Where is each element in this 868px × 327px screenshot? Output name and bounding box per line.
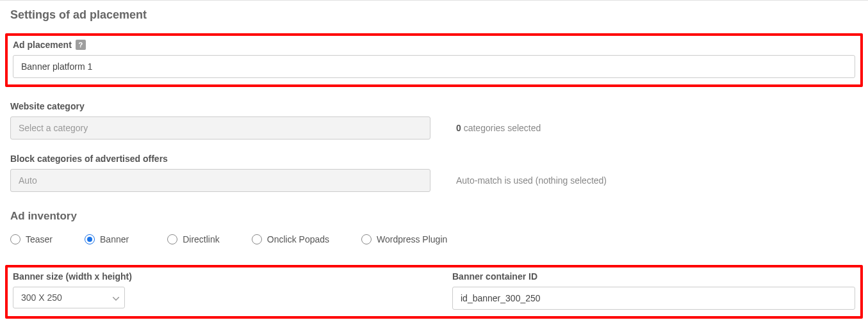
- field-banner-container-id: Banner container ID: [452, 271, 855, 310]
- radio-onclick-popads[interactable]: Onclick Popads: [252, 234, 329, 244]
- ad-inventory-heading: Ad inventory: [10, 210, 858, 223]
- field-banner-size: Banner size (width x height) 300 X 250: [13, 271, 427, 310]
- settings-panel: Settings of ad placement Ad placement ? …: [0, 0, 868, 327]
- ad-placement-input[interactable]: [13, 55, 855, 78]
- block-categories-input[interactable]: [10, 169, 430, 192]
- category-count-suffix: categories selected: [461, 123, 541, 133]
- radio-label-onclick: Onclick Popads: [267, 234, 329, 244]
- ad-placement-label-text: Ad placement: [13, 40, 72, 50]
- radio-icon: [252, 234, 262, 244]
- ad-placement-highlight: Ad placement ?: [5, 33, 863, 87]
- radio-icon: [10, 234, 20, 244]
- field-block-categories: Block categories of advertised offers Au…: [10, 154, 858, 192]
- website-category-input[interactable]: [10, 116, 430, 140]
- field-ad-placement: Ad placement ?: [13, 40, 855, 78]
- radio-dot-icon: [87, 237, 92, 242]
- banner-container-input[interactable]: [452, 287, 855, 310]
- radio-teaser[interactable]: Teaser: [10, 234, 53, 244]
- field-website-category: Website category 0 categories selected: [10, 101, 858, 140]
- category-count-number: 0: [456, 123, 461, 133]
- radio-label-teaser: Teaser: [26, 234, 53, 244]
- banner-container-label: Banner container ID: [452, 271, 855, 282]
- radio-directlink[interactable]: Directlink: [167, 234, 220, 244]
- block-categories-label: Block categories of advertised offers: [10, 154, 858, 164]
- chevron-down-icon: [113, 292, 119, 303]
- banner-settings-highlight: Banner size (width x height) 300 X 250 B…: [5, 265, 863, 319]
- radio-icon: [361, 234, 372, 244]
- radio-label-wordpress: Wordpress Plugin: [377, 234, 447, 244]
- website-category-count: 0 categories selected: [456, 123, 858, 133]
- ad-inventory-radio-group: Teaser Banner Directlink Onclick Popads …: [10, 234, 858, 244]
- radio-icon: [167, 234, 177, 244]
- radio-label-directlink: Directlink: [183, 234, 220, 244]
- radio-icon: [85, 234, 95, 244]
- block-categories-hint: Auto-match is used (nothing selected): [456, 175, 858, 186]
- ad-placement-label: Ad placement ?: [13, 40, 855, 50]
- help-icon[interactable]: ?: [76, 40, 86, 50]
- radio-label-banner: Banner: [100, 234, 129, 244]
- banner-size-label: Banner size (width x height): [13, 271, 427, 282]
- radio-wordpress-plugin[interactable]: Wordpress Plugin: [361, 234, 447, 244]
- page-title: Settings of ad placement: [10, 8, 858, 22]
- radio-banner[interactable]: Banner: [85, 234, 129, 244]
- banner-size-value: 300 X 250: [21, 292, 62, 303]
- website-category-label: Website category: [10, 101, 858, 111]
- banner-size-select[interactable]: 300 X 250: [13, 287, 125, 308]
